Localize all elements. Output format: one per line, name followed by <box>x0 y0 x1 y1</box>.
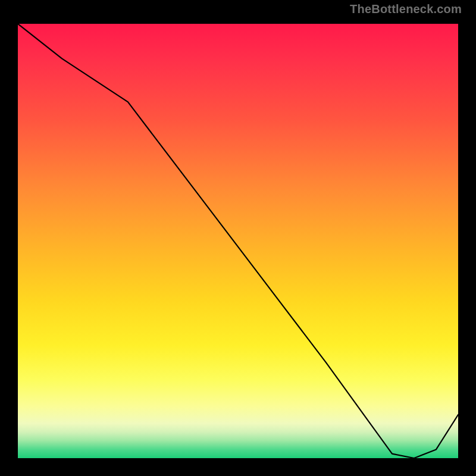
attribution-text: TheBottleneck.com <box>350 2 462 16</box>
chart-container: TheBottleneck.com <box>0 0 476 476</box>
plot-area <box>18 24 458 458</box>
plot-frame <box>12 18 464 464</box>
bottleneck-line <box>18 24 458 458</box>
